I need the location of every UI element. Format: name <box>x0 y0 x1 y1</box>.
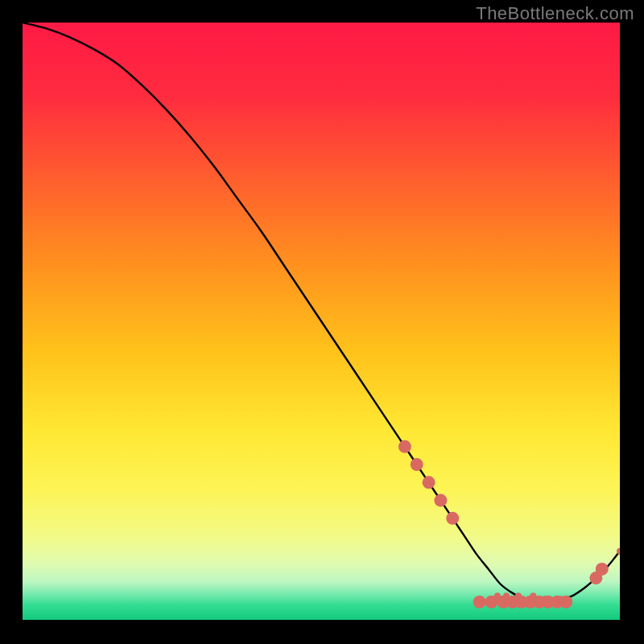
chart-svg <box>23 23 620 620</box>
marker-dot <box>434 494 447 507</box>
marker-dot <box>542 596 548 602</box>
marker-dot <box>411 458 423 471</box>
marker-dot <box>596 563 609 576</box>
marker-dot <box>515 592 522 599</box>
marker-dot <box>473 596 486 609</box>
watermark-text: TheBottleneck.com <box>476 3 634 24</box>
marker-dot <box>557 596 564 602</box>
marker-dot <box>398 440 411 453</box>
markers-major <box>398 440 609 609</box>
marker-dot <box>446 512 459 525</box>
plot-area <box>23 23 620 620</box>
marker-dot <box>503 592 510 599</box>
chart-frame: TheBottleneck.com <box>0 0 644 644</box>
marker-dot <box>530 592 536 599</box>
marker-dot <box>423 476 436 489</box>
marker-dot <box>494 592 501 599</box>
curve-line <box>23 23 620 602</box>
